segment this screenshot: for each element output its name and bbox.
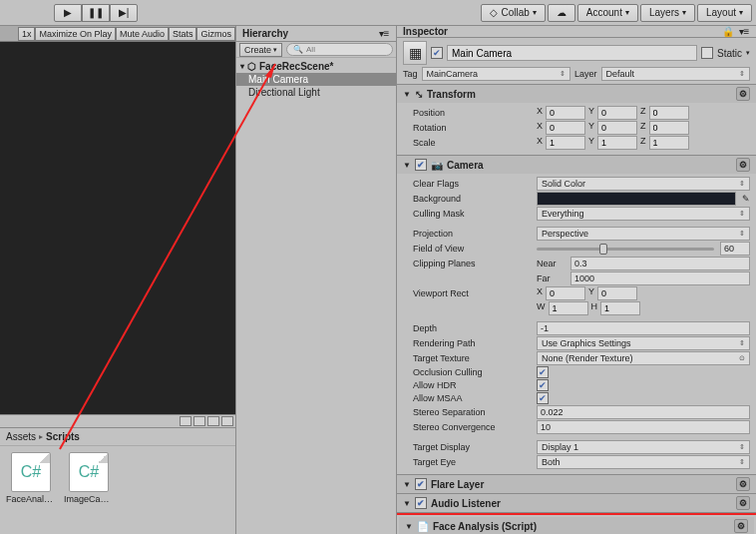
step-button[interactable]: ▶|	[110, 4, 138, 22]
target-texture-field[interactable]: None (Render Texture)⊙	[537, 351, 750, 365]
annotation-highlight: ▼📄Face Analysis (Script)⚙ Script📄 FaceAn…	[397, 513, 756, 534]
panel-menu-icon[interactable]: ▾≡	[378, 28, 390, 39]
gear-icon[interactable]: ⚙	[736, 158, 750, 172]
camera-component: ▼📷Camera⚙ Clear FlagsSolid Color⇕ Backgr…	[397, 156, 756, 475]
culling-mask-dropdown[interactable]: Everything⇕	[537, 207, 750, 221]
script-asset-faceanalysis[interactable]: C# FaceAnalysis...	[6, 452, 56, 528]
hierarchy-item-directional-light[interactable]: Directional Light	[236, 86, 396, 99]
background-color-field[interactable]	[537, 192, 736, 206]
stats-toggle[interactable]: Stats	[169, 27, 197, 41]
fold-icon[interactable]: ▼	[403, 90, 411, 99]
fold-icon[interactable]: ▼	[403, 499, 411, 508]
maximize-toggle[interactable]: Maximize On Play	[35, 27, 116, 41]
csharp-script-icon: C#	[11, 452, 51, 492]
fov-slider[interactable]: 60	[537, 242, 750, 256]
layout-button[interactable]: Layout▾	[697, 4, 752, 22]
target-eye-dropdown[interactable]: Both⇕	[537, 455, 750, 469]
zoom-field[interactable]: 1x	[18, 27, 36, 41]
occlusion-checkbox[interactable]	[537, 366, 549, 378]
hierarchy-tree: ▾⬡FaceRecScene* Main Camera Directional …	[236, 58, 396, 534]
hdr-checkbox[interactable]	[537, 379, 549, 391]
script-asset-imagecapture[interactable]: C# ImageCapt...	[64, 452, 114, 528]
eyedropper-icon[interactable]: ✎	[742, 194, 750, 204]
layer-dropdown[interactable]: Default⇕	[601, 67, 750, 81]
viewport-wh[interactable]: WH	[537, 301, 750, 315]
asset-label: FaceAnalysis...	[6, 494, 56, 504]
rotation-fields[interactable]: XYZ	[537, 121, 750, 135]
project-mini-toolbar	[0, 414, 235, 428]
gizmos-toggle[interactable]: Gizmos	[196, 27, 235, 41]
transform-icon: ⤡	[415, 89, 423, 100]
csharp-script-icon: C#	[69, 452, 109, 492]
gear-icon[interactable]: ⚙	[736, 87, 750, 101]
project-breadcrumb: Assets ▸ Scripts	[0, 428, 235, 446]
target-display-dropdown[interactable]: Display 1⇕	[537, 440, 750, 454]
star-icon[interactable]	[207, 416, 219, 426]
account-button[interactable]: Account▾	[577, 4, 638, 22]
far-clip-field[interactable]: 1000	[570, 271, 750, 285]
mute-audio-toggle[interactable]: Mute Audio	[116, 27, 169, 41]
play-controls: ▶ ❚❚ ▶|	[54, 4, 138, 22]
create-button[interactable]: Create▾	[239, 43, 282, 57]
transform-component: ▼⤡Transform⚙ PositionXYZ RotationXYZ Sca…	[397, 85, 756, 156]
game-view-toolbar: 1x Maximize On Play Mute Audio Stats Giz…	[0, 26, 235, 42]
fold-icon[interactable]: ▼	[403, 480, 411, 489]
clear-flags-dropdown[interactable]: Solid Color⇕	[537, 177, 750, 191]
project-assets-grid: C# FaceAnalysis... C# ImageCapt...	[0, 446, 235, 534]
layer-label: Layer	[574, 69, 597, 79]
lock-icon[interactable]	[180, 416, 191, 426]
viewport-xy[interactable]: XY	[537, 286, 750, 300]
breadcrumb-root[interactable]: Assets	[6, 431, 36, 442]
fold-icon[interactable]: ▼	[405, 522, 413, 531]
chevron-right-icon: ▸	[39, 432, 43, 441]
enable-checkbox[interactable]	[415, 497, 427, 509]
hierarchy-search[interactable]: 🔍All	[286, 43, 393, 56]
enable-checkbox[interactable]	[415, 159, 427, 171]
depth-field[interactable]: -1	[537, 321, 750, 335]
inspector-header: ▦ Static ▾ Tag MainCamera⇕ Layer Default…	[397, 38, 756, 85]
hierarchy-tab[interactable]: Hierarchy ▾≡	[236, 26, 396, 42]
inspector-tab[interactable]: Inspector 🔒 ▾≡	[397, 26, 756, 38]
enable-checkbox[interactable]	[415, 478, 427, 490]
gear-icon[interactable]: ⚙	[736, 496, 750, 510]
breadcrumb-folder[interactable]: Scripts	[46, 431, 80, 442]
static-label: Static	[717, 48, 742, 59]
face-analysis-component: ▼📄Face Analysis (Script)⚙ Script📄 FaceAn…	[399, 517, 754, 534]
tag-dropdown[interactable]: MainCamera⇕	[422, 67, 570, 81]
eye-icon[interactable]	[193, 416, 205, 426]
lock-icon[interactable]: 🔒	[722, 26, 734, 37]
projection-dropdown[interactable]: Perspective⇕	[537, 227, 750, 241]
asset-label: ImageCapt...	[64, 494, 114, 504]
fold-icon[interactable]: ▼	[403, 161, 411, 170]
static-checkbox[interactable]	[701, 47, 713, 59]
gameobject-icon[interactable]: ▦	[403, 41, 427, 65]
gear-icon[interactable]: ⚙	[736, 477, 750, 491]
msaa-checkbox[interactable]	[537, 392, 549, 404]
rendering-path-dropdown[interactable]: Use Graphics Settings⇕	[537, 336, 750, 350]
active-checkbox[interactable]	[431, 47, 443, 59]
gear-icon[interactable]: ⚙	[734, 519, 748, 533]
tag-label: Tag	[403, 69, 418, 79]
script-icon: 📄	[417, 521, 429, 532]
pause-button[interactable]: ❚❚	[82, 4, 110, 22]
scene-root[interactable]: ▾⬡FaceRecScene*	[236, 60, 396, 73]
game-view[interactable]	[0, 42, 235, 414]
panel-menu-icon[interactable]: ▾≡	[738, 26, 750, 37]
near-clip-field[interactable]: 0.3	[570, 257, 750, 270]
position-fields[interactable]: XYZ	[537, 106, 750, 120]
top-toolbar: ▶ ❚❚ ▶| ◇Collab▾ ☁ Account▾ Layers▾ Layo…	[0, 0, 756, 26]
scale-fields[interactable]: XYZ	[537, 136, 750, 150]
audio-listener-component: ▼Audio Listener⚙	[397, 494, 756, 513]
filter-icon[interactable]	[221, 416, 233, 426]
cloud-button[interactable]: ☁	[548, 4, 575, 22]
hierarchy-item-main-camera[interactable]: Main Camera	[236, 73, 396, 86]
flare-layer-component: ▼Flare Layer⚙	[397, 475, 756, 494]
collab-button[interactable]: ◇Collab▾	[481, 4, 545, 22]
play-button[interactable]: ▶	[54, 4, 82, 22]
stereo-sep-field[interactable]: 0.022	[537, 405, 750, 419]
stereo-conv-field[interactable]: 10	[537, 420, 750, 434]
layers-button[interactable]: Layers▾	[640, 4, 695, 22]
camera-icon: 📷	[431, 160, 443, 171]
object-name-field[interactable]	[447, 45, 697, 61]
